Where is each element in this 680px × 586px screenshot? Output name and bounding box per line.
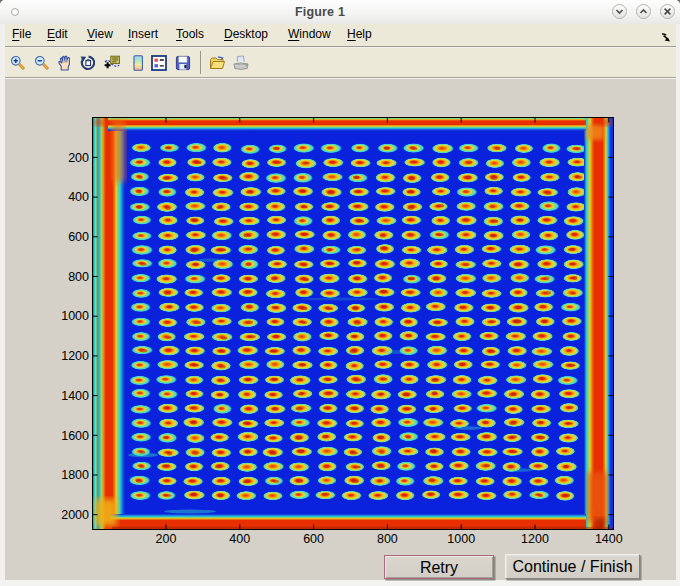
svg-text:1400: 1400	[595, 532, 623, 546]
svg-text:1000: 1000	[61, 309, 89, 323]
svg-text:1000: 1000	[447, 532, 475, 546]
svg-text:1200: 1200	[521, 532, 549, 546]
svg-text:1600: 1600	[61, 429, 89, 443]
svg-text:400: 400	[229, 532, 250, 546]
svg-text:800: 800	[68, 270, 89, 284]
svg-text:2000: 2000	[61, 508, 89, 522]
svg-text:1200: 1200	[61, 349, 89, 363]
svg-text:800: 800	[377, 532, 398, 546]
svg-text:1400: 1400	[61, 389, 89, 403]
svg-text:200: 200	[156, 532, 177, 546]
svg-text:600: 600	[68, 230, 89, 244]
svg-text:600: 600	[303, 532, 324, 546]
svg-text:400: 400	[68, 190, 89, 204]
svg-text:200: 200	[68, 151, 89, 165]
svg-text:1800: 1800	[61, 468, 89, 482]
